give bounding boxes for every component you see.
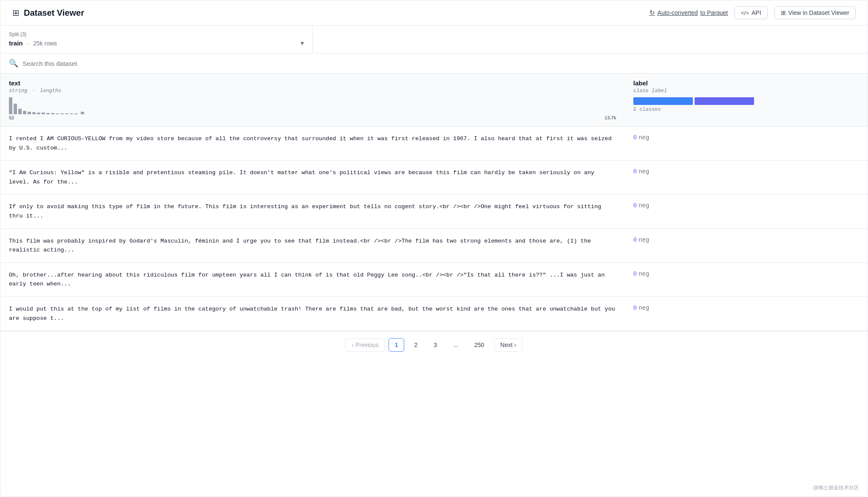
text-col-chart: 52 13.7k	[9, 97, 616, 120]
label-num: 0	[633, 202, 637, 209]
api-label: API	[752, 9, 761, 16]
chart-labels: 52 13.7k	[9, 115, 616, 120]
bar-1	[9, 97, 12, 114]
label-cell-4: 0neg	[625, 263, 868, 297]
next-label: Next	[500, 342, 513, 348]
label-num: 0	[633, 305, 637, 311]
to-parquet-label: to Parquet	[701, 9, 728, 16]
previous-label: Previous	[355, 342, 378, 348]
pagination: ‹ Previous 1 2 3 ... 250 Next ›	[0, 331, 868, 359]
label-column-header: label class label 2 classes	[625, 73, 868, 127]
label-text: neg	[638, 237, 649, 243]
text-col-meta: string · lengths	[9, 88, 61, 94]
text-cell-5: I would put this at the top of my list o…	[0, 297, 625, 330]
table-row: This film was probably inspired by Godar…	[0, 229, 868, 263]
table-row: If only to avoid making this type of fil…	[0, 195, 868, 229]
chevron-left-icon: ‹	[352, 342, 354, 348]
table-row: I would put this at the top of my list o…	[0, 297, 868, 330]
label-text: neg	[638, 202, 649, 209]
previous-button[interactable]: ‹ Previous	[345, 338, 385, 352]
separator: ·	[27, 40, 29, 47]
label-cell-5: 0neg	[625, 297, 868, 330]
search-input[interactable]	[23, 60, 859, 67]
label-col-name: label	[633, 79, 859, 87]
header: ⊞ Dataset Viewer ↻ Auto-converted to Par…	[0, 0, 868, 25]
label-num: 0	[633, 271, 637, 277]
split-value: train · 25k rows	[9, 40, 57, 47]
auto-converted-link[interactable]: ↻ Auto-converted to Parquet	[650, 9, 728, 17]
header-left: ⊞ Dataset Viewer	[12, 8, 84, 18]
grid-icon: ⊞	[781, 9, 786, 16]
page-1-button[interactable]: 1	[389, 338, 405, 352]
label-text: neg	[638, 134, 649, 141]
auto-converted-label: Auto-converted	[658, 9, 698, 16]
dataset-table: text string · lengths	[0, 73, 868, 331]
bar-14	[70, 113, 73, 114]
split-name: train	[9, 40, 23, 47]
label-num: 0	[633, 134, 637, 141]
search-section: 🔍	[0, 54, 868, 73]
split-label: Split (3)	[9, 31, 304, 37]
table-row: I rented I AM CURIOUS-YELLOW from my vid…	[0, 127, 868, 161]
label-bar-blue	[633, 97, 693, 105]
page-3-button[interactable]: 3	[427, 338, 443, 352]
bar-16	[81, 112, 84, 114]
bar-10	[51, 113, 54, 114]
table-row: "I Am Curious: Yellow" is a risible and …	[0, 161, 868, 195]
watermark: @稀土掘金技术社区	[813, 484, 859, 491]
bar-15	[74, 113, 78, 114]
bar-3	[18, 109, 22, 114]
split-rows: 25k rows	[33, 40, 57, 47]
text-type: string	[9, 88, 27, 94]
bar-2	[14, 104, 17, 114]
view-in-dataset-viewer-button[interactable]: ⊞ View in Dataset Viewer	[774, 6, 856, 19]
next-button[interactable]: Next ›	[494, 338, 522, 352]
refresh-icon: ↻	[650, 9, 655, 17]
bar-9	[46, 113, 50, 114]
label-type: class label	[633, 88, 667, 94]
label-cell-1: 0neg	[625, 161, 868, 195]
search-icon: 🔍	[9, 59, 18, 68]
table-container: text string · lengths	[0, 73, 868, 331]
bar-13	[65, 113, 68, 114]
chevron-right-icon: ›	[514, 342, 516, 348]
page-ellipsis[interactable]: ...	[447, 338, 465, 352]
bar-12	[60, 113, 64, 114]
page-250-button[interactable]: 250	[468, 338, 491, 352]
split-section: Split (3) train · 25k rows ▾	[0, 25, 868, 54]
split-dropdown[interactable]: Split (3) train · 25k rows ▾	[0, 25, 313, 53]
page-2-button[interactable]: 2	[408, 338, 424, 352]
label-text: neg	[638, 305, 649, 311]
label-text: neg	[638, 271, 649, 277]
api-button[interactable]: </> API	[735, 6, 767, 19]
page-title: Dataset Viewer	[24, 8, 84, 18]
text-meta: lengths	[40, 88, 61, 94]
label-cell-0: 0neg	[625, 127, 868, 161]
bar-chart	[9, 97, 616, 114]
label-cell-2: 0neg	[625, 195, 868, 229]
label-bar-indigo	[695, 97, 754, 105]
label-classes: 2 classes	[633, 107, 859, 113]
chart-min: 52	[9, 115, 14, 120]
bar-7	[37, 113, 40, 114]
bar-11	[56, 113, 59, 114]
text-cell-4: Oh, brother...after hearing about this r…	[0, 263, 625, 297]
table-body: I rented I AM CURIOUS-YELLOW from my vid…	[0, 127, 868, 331]
label-chart: 2 classes	[633, 97, 859, 113]
text-col-name: text	[9, 79, 616, 87]
chevron-down-icon: ▾	[301, 39, 304, 47]
code-icon: </>	[741, 10, 749, 16]
app-container: ⊞ Dataset Viewer ↻ Auto-converted to Par…	[0, 0, 868, 497]
view-label: View in Dataset Viewer	[789, 9, 849, 16]
bar-5	[28, 112, 31, 114]
bar-4	[23, 111, 26, 114]
header-right: ↻ Auto-converted to Parquet </> API ⊞ Vi…	[650, 6, 856, 19]
text-cell-2: If only to avoid making this type of fil…	[0, 195, 625, 229]
text-cell-1: "I Am Curious: Yellow" is a risible and …	[0, 161, 625, 195]
text-cell-0: I rented I AM CURIOUS-YELLOW from my vid…	[0, 127, 625, 161]
label-bars	[633, 97, 859, 105]
split-value-row: train · 25k rows ▾	[9, 39, 304, 47]
text-cell-3: This film was probably inspired by Godar…	[0, 229, 625, 263]
bar-8	[42, 113, 45, 114]
table-header-row: text string · lengths	[0, 73, 868, 127]
